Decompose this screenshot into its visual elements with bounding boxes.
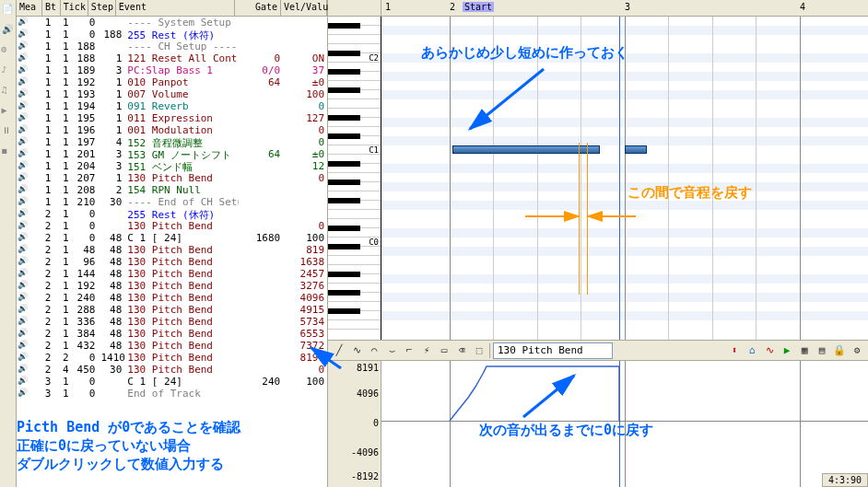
ruler-start[interactable]: Start <box>463 2 494 12</box>
lock-icon[interactable]: 🔒 <box>832 343 847 358</box>
event-list[interactable]: 🔊110---- System Setup -----------------🔊… <box>17 17 327 487</box>
draw-free-icon[interactable]: ∿ <box>349 343 364 358</box>
random-icon[interactable]: ⚡ <box>419 343 434 358</box>
left-toolbar: 📄 🔊 ⚙ ♪ ♫ ▶ ⏸ ◼ <box>0 0 17 487</box>
note-c1-long[interactable] <box>452 145 600 154</box>
ctrl-mid1: 4096 <box>357 388 379 399</box>
controller-select[interactable]: 130 Pitch Bend <box>493 342 613 359</box>
ruler-m4: 4 <box>800 2 805 12</box>
event-row[interactable]: 🔊11188---- CH Setup ----------------- <box>17 41 327 52</box>
piano-keyboard[interactable]: C2C1C0 <box>328 17 381 340</box>
erase-icon[interactable]: ⌫ <box>454 343 469 358</box>
event-row[interactable]: 🔊110---- System Setup ----------------- <box>17 17 327 29</box>
event-row[interactable]: 🔊111893PC:Slap Bass 10/037 <box>17 64 327 76</box>
ctrl-hi: 8191 <box>357 363 379 373</box>
select-icon[interactable]: ▭ <box>437 343 452 358</box>
curve2-icon[interactable]: ⌣ <box>384 343 399 358</box>
event-row[interactable]: 🔊21048C 1 [ 24]1680100 <box>17 232 327 244</box>
col-step[interactable]: Step <box>88 0 116 16</box>
tool-icon[interactable]: 🔊 <box>2 24 15 37</box>
event-row[interactable]: 🔊1121030---- End of CH Setup -----------… <box>17 196 327 208</box>
step-icon[interactable]: ⌐ <box>402 343 416 358</box>
event-row[interactable]: 🔊112043151 ベンド幅12 <box>17 160 327 172</box>
tool-icon[interactable]: ♫ <box>2 85 15 98</box>
event-row[interactable]: 🔊2114448130 Pitch Bend2457 <box>17 268 327 280</box>
col-tick[interactable]: Tick <box>61 0 88 16</box>
tool-icon[interactable]: ⏸ <box>2 125 15 138</box>
event-row[interactable]: 🔊210130 Pitch Bend0 <box>17 220 327 232</box>
event-row[interactable]: 🔊111951011 Expression127 <box>17 112 327 124</box>
ruler[interactable]: 1 2 Start 3 4 <box>328 0 868 17</box>
event-row[interactable]: 🔊111961001 Modulation0 <box>17 124 327 136</box>
col-bt[interactable]: Bt <box>42 0 61 16</box>
event-row[interactable]: 🔊2119248130 Pitch Bend3276 <box>17 280 327 292</box>
tool-b-icon[interactable]: ⌂ <box>745 343 759 358</box>
marquee-icon[interactable]: ⬚ <box>472 343 487 358</box>
tool-c-icon[interactable]: ∿ <box>762 343 777 358</box>
event-row[interactable]: 🔊112082154 RPN Null <box>17 184 327 196</box>
event-row[interactable]: 🔊2445030130 Pitch Bend0 <box>17 364 327 376</box>
col-mea[interactable]: Mea <box>17 0 42 16</box>
event-row[interactable]: 🔊2128848130 Pitch Bend4915 <box>17 304 327 316</box>
event-row[interactable]: 🔊112013153 GM ノートシフト64±0 <box>17 148 327 160</box>
event-row[interactable]: 🔊310C 1 [ 24]240100 <box>17 376 327 388</box>
tool-icon[interactable]: ◼ <box>2 145 15 158</box>
tool-icon[interactable]: ⚙ <box>2 44 15 57</box>
column-headers: Mea Bt Tick Step Event Gate Vel/Value <box>17 0 327 17</box>
col-gate[interactable]: Gate <box>235 0 281 16</box>
draw-line-icon[interactable]: ╱ <box>332 343 346 358</box>
event-row[interactable]: 🔊2133648130 Pitch Bend5734 <box>17 316 327 328</box>
curve-icon[interactable]: ⌒ <box>367 343 381 358</box>
piano-roll-panel: 1 2 Start 3 4 C2C1C0 <box>328 0 868 487</box>
play-icon[interactable]: ▶ <box>780 343 794 358</box>
ctrl-mid2: -4096 <box>351 447 379 458</box>
tool-a-icon[interactable]: ⬍ <box>727 343 742 358</box>
event-row[interactable]: 🔊111941091 Reverb0 <box>17 100 327 112</box>
event-row[interactable]: 🔊111931007 Volume100 <box>17 88 327 100</box>
event-row[interactable]: 🔊2201410130 Pitch Bend8191 <box>17 352 327 364</box>
event-row[interactable]: 🔊210255 Rest (休符) <box>17 208 327 220</box>
event-row[interactable]: 🔊111974152 音程微調整0 <box>17 136 327 148</box>
settings-icon[interactable]: ⚙ <box>850 343 864 358</box>
tool-icon[interactable]: 📄 <box>2 4 15 17</box>
note-c1-short[interactable] <box>625 145 647 154</box>
ruler-m3: 3 <box>625 2 630 12</box>
ctrl-zero: 0 <box>373 418 379 428</box>
note-roll[interactable] <box>381 17 868 340</box>
event-row[interactable]: 🔊2143248130 Pitch Bend7372 <box>17 340 327 352</box>
grid-icon[interactable]: ▦ <box>797 343 812 358</box>
tool-icon[interactable]: ▶ <box>2 105 15 118</box>
event-row[interactable]: 🔊111921010 Panpot64±0 <box>17 76 327 88</box>
event-list-panel: Mea Bt Tick Step Event Gate Vel/Value 🔊1… <box>17 0 328 487</box>
event-row[interactable]: 🔊310End of Track <box>17 388 327 400</box>
pitchbend-curve <box>381 361 868 487</box>
ruler-m1: 1 <box>385 2 391 12</box>
controller-toolbar: ╱ ∿ ⌒ ⌣ ⌐ ⚡ ▭ ⌫ ⬚ 130 Pitch Bend ⬍ ⌂ ∿ ▶… <box>328 341 868 361</box>
tool-icon[interactable]: ♪ <box>2 64 15 77</box>
event-row[interactable]: 🔊110188255 Rest (休符) <box>17 29 327 41</box>
event-row[interactable]: 🔊112071130 Pitch Bend0 <box>17 172 327 184</box>
event-row[interactable]: 🔊219648130 Pitch Bend1638 <box>17 256 327 268</box>
controller-yaxis: 8191 4096 0 -4096 -8192 <box>328 361 381 487</box>
ruler-m2: 2 <box>450 2 455 12</box>
controller-graph[interactable] <box>381 361 868 487</box>
col-event[interactable]: Event <box>116 0 235 16</box>
grid2-icon[interactable]: ▤ <box>815 343 829 358</box>
event-row[interactable]: 🔊111881121 Reset All Controller0ON <box>17 52 327 64</box>
playhead[interactable] <box>619 17 620 340</box>
event-row[interactable]: 🔊214848130 Pitch Bend819 <box>17 244 327 256</box>
ctrl-lo: -8192 <box>351 471 379 481</box>
event-row[interactable]: 🔊2138448130 Pitch Bend6553 <box>17 328 327 340</box>
status-bar: 4:3:90 <box>822 473 868 487</box>
col-vel[interactable]: Vel/Value <box>281 0 327 16</box>
event-row[interactable]: 🔊2124048130 Pitch Bend4096 <box>17 292 327 304</box>
controller-panel: ╱ ∿ ⌒ ⌣ ⌐ ⚡ ▭ ⌫ ⬚ 130 Pitch Bend ⬍ ⌂ ∿ ▶… <box>328 340 868 487</box>
